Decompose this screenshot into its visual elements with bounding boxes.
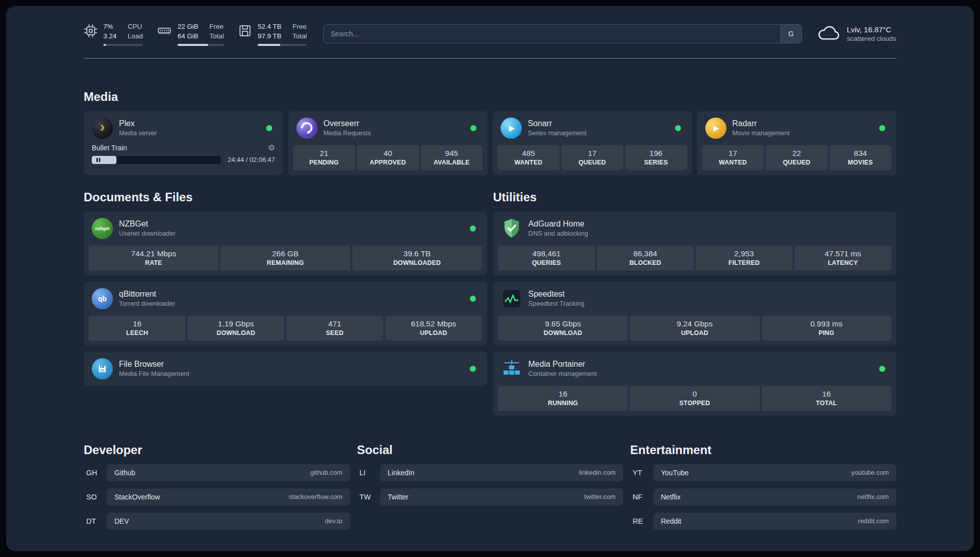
service-link-qbittorrent[interactable]: qb qBittorrent Torrent downloader <box>89 287 482 311</box>
overseerr-icon <box>296 118 318 139</box>
service-link-filebrowser[interactable]: File Browser Media File Management <box>89 357 482 381</box>
bookmark-linkedin[interactable]: LI LinkedIn linkedin.com <box>357 464 623 481</box>
service-name: qBittorrent <box>119 290 175 299</box>
status-dot <box>879 125 885 131</box>
stats-row: 21 PENDING 40 APPROVED 945 AVAILABLE <box>293 145 483 170</box>
bookmark-netflix[interactable]: NF Netflix netflix.com <box>630 488 896 506</box>
plex-now-playing: Bullet Train ⚙ 24:44 / 02:06:47 <box>89 140 278 165</box>
bookmark-url: youtube.com <box>851 469 889 476</box>
stat-value: 16 <box>764 389 889 399</box>
bookmark-abbr: RE <box>630 517 653 525</box>
stat-label: PENDING <box>295 159 353 166</box>
bookmark-youtube[interactable]: YT YouTube youtube.com <box>630 464 896 481</box>
bookmark-stackoverflow[interactable]: SO StackOverflow stackoverflow.com <box>84 488 350 506</box>
bookmark-twitter[interactable]: TW Twitter twitter.com <box>357 488 623 506</box>
middle-columns: Documents & Files nzbget NZBGet Usenet d… <box>84 190 896 416</box>
stat-filtered: 2,953 FILTERED <box>696 246 792 270</box>
service-card-portainer: Media Portainer Container management 16 … <box>493 352 896 416</box>
search-box: G <box>323 24 802 43</box>
bookmark-name: Netflix <box>661 493 681 501</box>
service-link-nzbget[interactable]: nzbget NZBGet Usenet downloader <box>89 216 482 241</box>
disk-total: 97.9 TB <box>258 32 281 41</box>
stat-label: TOTAL <box>764 400 889 407</box>
stat-series: 196 SERIES <box>625 145 687 170</box>
service-link-radarr[interactable]: ▶ Radarr Movie management <box>702 116 892 140</box>
pause-icon[interactable] <box>96 158 100 162</box>
bookmark-bar: LinkedIn linkedin.com <box>380 464 623 481</box>
top-bar: 7% CPU 3.24 Load 22 GiB Free 64 G <box>84 22 896 46</box>
bookmark-abbr: LI <box>357 469 380 477</box>
service-link-speedtest[interactable]: Speedtest Speedtest Tracking <box>498 287 891 311</box>
service-name: AdGuard Home <box>528 219 588 229</box>
disk-widget: 52.4 TB Free 97.9 TB Total <box>238 22 307 46</box>
stat-label: DOWNLOAD <box>500 329 626 337</box>
stat-label: QUEUED <box>768 159 826 166</box>
playback-time: 24:44 / 02:06:47 <box>228 156 275 163</box>
weather-widget: Lviv, 16.87°C scattered clouds <box>817 24 896 43</box>
bookmark-reddit[interactable]: RE Reddit reddit.com <box>630 513 896 530</box>
service-link-portainer[interactable]: Media Portainer Container management <box>498 357 891 381</box>
search-input[interactable] <box>324 25 780 43</box>
service-link-sonarr[interactable]: ▶ Sonarr Series management <box>498 116 687 140</box>
dashboard: 7% CPU 3.24 Load 22 GiB Free 64 G <box>6 6 974 551</box>
bookmark-dev[interactable]: DT DEV dev.to <box>84 513 350 530</box>
stat-label: WANTED <box>704 159 762 166</box>
bookmark-github[interactable]: GH Github github.com <box>84 464 350 481</box>
stat-value: 834 <box>832 149 890 158</box>
playback-progress-bar[interactable] <box>92 156 221 164</box>
service-name: Plex <box>119 119 157 128</box>
playback-progress-fill <box>92 156 116 164</box>
memory-progress-bar <box>177 44 224 46</box>
service-link-adguard[interactable]: AdGuard Home DNS and adblocking <box>498 216 891 241</box>
service-link-overseerr[interactable]: Overseerr Media Requests <box>293 116 483 140</box>
stats-row: 16 RUNNING 0 STOPPED 16 TOTAL <box>498 386 891 411</box>
stat-label: REMAINING <box>222 259 348 266</box>
stat-value: 196 <box>627 149 685 158</box>
nzbget-icon: nzbget <box>92 218 113 239</box>
status-dot <box>675 125 681 131</box>
bookmark-name: Github <box>114 469 135 477</box>
playback-row: 24:44 / 02:06:47 <box>92 156 275 164</box>
disk-icon <box>238 24 252 40</box>
bookmark-bar: DEV dev.to <box>107 513 350 530</box>
service-info: AdGuard Home DNS and adblocking <box>528 219 588 237</box>
bookmark-group-title: Entertainment <box>630 443 896 457</box>
service-name: Radarr <box>732 119 790 128</box>
stat-value: 945 <box>423 149 481 158</box>
stat-total: 16 TOTAL <box>762 386 891 411</box>
disk-free-label: Free <box>292 22 307 32</box>
memory-free: 22 GiB <box>177 22 198 32</box>
service-desc: Series management <box>528 129 586 137</box>
utilities-cards: AdGuard Home DNS and adblocking 498,461 … <box>493 211 896 416</box>
service-name: Overseerr <box>324 119 371 128</box>
portainer-crane-icon <box>501 358 522 379</box>
now-playing-title: Bullet Train <box>92 144 127 152</box>
bookmark-group-developer: Developer GH Github github.com SO StackO… <box>84 443 350 537</box>
search-provider-button[interactable]: G <box>780 25 802 43</box>
stat-value: 1.19 Gbps <box>190 319 282 328</box>
stat-value: 22 <box>768 149 826 158</box>
stat-label: SERIES <box>627 159 685 166</box>
service-desc: DNS and adblocking <box>528 230 588 237</box>
service-link-plex[interactable]: › Plex Media server <box>89 116 278 140</box>
bookmark-group-title: Developer <box>84 443 350 457</box>
stat-label: LEECH <box>91 329 183 337</box>
stat-wanted: 485 WANTED <box>498 145 560 170</box>
bookmark-abbr: TW <box>357 493 380 501</box>
bookmark-name: StackOverflow <box>114 493 160 501</box>
memory-readout: 22 GiB Free 64 GiB Total <box>177 22 224 46</box>
bookmark-name: LinkedIn <box>388 469 414 477</box>
bookmark-group-social: Social LI LinkedIn linkedin.com TW Twitt… <box>357 443 623 513</box>
stat-label: APPROVED <box>359 159 417 166</box>
stat-ping: 0.993 ms PING <box>762 316 891 341</box>
service-info: Plex Media server <box>119 119 157 137</box>
stat-download: 1.19 Gbps DOWNLOAD <box>188 316 284 341</box>
bookmark-abbr: DT <box>84 517 107 525</box>
stat-label: SEED <box>288 329 381 337</box>
gear-icon[interactable]: ⚙ <box>268 144 275 152</box>
filebrowser-icon <box>92 358 113 379</box>
service-card-adguard: AdGuard Home DNS and adblocking 498,461 … <box>493 211 896 275</box>
service-card-plex: › Plex Media server Bullet Train ⚙ <box>84 111 283 175</box>
stat-value: 16 <box>91 319 183 328</box>
bookmark-abbr: SO <box>84 493 107 501</box>
